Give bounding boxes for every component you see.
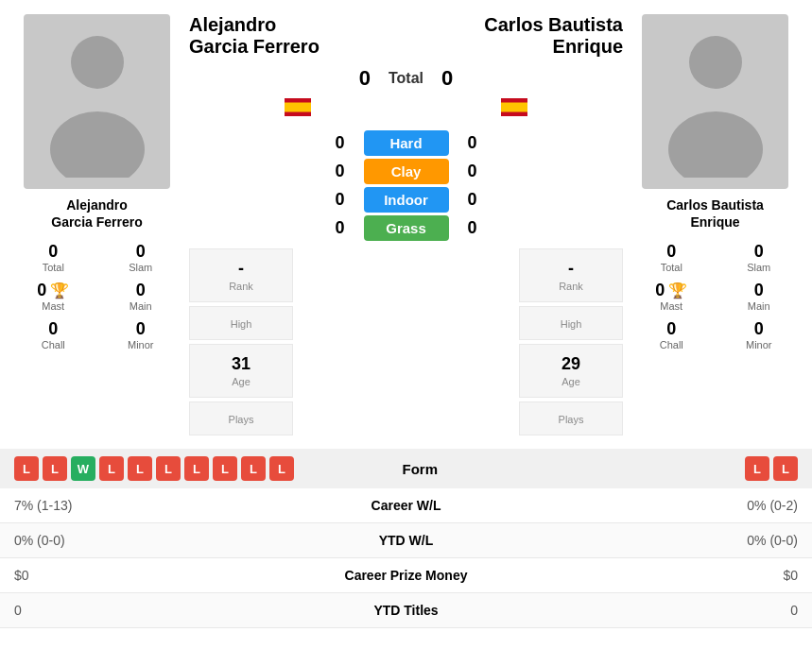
left-rank-box: - Rank bbox=[189, 248, 293, 302]
surface-btn-indoor[interactable]: Indoor bbox=[364, 187, 449, 213]
surface-right-1: 0 bbox=[458, 162, 487, 181]
left-total-label: Total bbox=[11, 262, 95, 273]
total-right-score: 0 bbox=[433, 66, 461, 91]
left-age-box: 31 Age bbox=[189, 344, 293, 398]
left-mast-label: Mast bbox=[11, 300, 95, 312]
left-plays-box: Plays bbox=[189, 401, 293, 435]
form-section: LLWLLLLLLL Form LL bbox=[0, 449, 812, 488]
left-player-card: Alejandro Garcia Ferrero 0 Total 0 Slam … bbox=[9, 14, 184, 439]
right-high-box: High bbox=[519, 306, 623, 340]
left-player-avatar bbox=[24, 14, 170, 189]
flags-row bbox=[189, 98, 623, 120]
left-slam-label: Slam bbox=[99, 262, 183, 273]
total-label: Total bbox=[389, 70, 423, 87]
svg-point-7 bbox=[668, 111, 763, 178]
surface-right-0: 0 bbox=[458, 133, 487, 153]
stats-left-0: 7% (1-13) bbox=[14, 498, 275, 513]
svg-point-0 bbox=[71, 36, 124, 89]
stats-left-3: 0 bbox=[14, 603, 275, 618]
form-left-badge-0: L bbox=[14, 456, 39, 481]
left-total-value: 0 bbox=[11, 242, 95, 262]
form-left-badge-2: W bbox=[71, 456, 95, 481]
right-mast-value: 0 🏆 bbox=[630, 281, 714, 300]
left-player-name: Alejandro Garcia Ferrero bbox=[51, 196, 143, 231]
stats-label-3: YTD Titles bbox=[275, 603, 536, 618]
svg-point-6 bbox=[689, 36, 742, 89]
surface-spacer bbox=[302, 248, 510, 439]
right-plays-label: Plays bbox=[527, 414, 614, 425]
right-main-label: Main bbox=[717, 300, 802, 312]
left-high-label: High bbox=[198, 318, 285, 330]
stats-left-1: 0% (0-0) bbox=[14, 533, 275, 548]
right-rank-label: Rank bbox=[527, 281, 614, 292]
form-right-badges: LL bbox=[546, 456, 799, 481]
form-left-badge-9: L bbox=[269, 456, 294, 481]
right-player-avatar bbox=[642, 14, 788, 189]
surface-btn-grass[interactable]: Grass bbox=[364, 215, 449, 241]
surface-btn-clay[interactable]: Clay bbox=[364, 159, 449, 184]
left-plays-label: Plays bbox=[198, 414, 285, 425]
left-trophy-icon: 🏆 bbox=[50, 282, 69, 299]
center-left-name: Alejandro Garcia Ferrero bbox=[189, 14, 406, 58]
left-age-value: 31 bbox=[198, 354, 285, 374]
svg-rect-3 bbox=[285, 103, 311, 112]
right-player-stats: 0 Total 0 Slam 0 🏆 Mast 0 Main bbox=[628, 238, 803, 354]
total-left-score: 0 bbox=[351, 66, 379, 91]
form-right-badge-0: L bbox=[745, 456, 769, 481]
player-names-row: Alejandro Garcia Ferrero Carlos Bautista… bbox=[189, 14, 623, 58]
right-main-value: 0 bbox=[717, 281, 802, 300]
left-player-stats: 0 Total 0 Slam 0 🏆 Mast 0 Main bbox=[9, 238, 184, 354]
form-left-badge-1: L bbox=[43, 456, 67, 481]
surface-row-clay: 0 Clay 0 bbox=[326, 159, 487, 184]
right-high-label: High bbox=[527, 318, 614, 330]
right-age-box: 29 Age bbox=[519, 344, 623, 398]
left-chall-label: Chall bbox=[11, 339, 95, 350]
center-right-name: Carlos Bautista Enrique bbox=[406, 14, 624, 58]
right-mast-label: Mast bbox=[630, 300, 714, 312]
total-row: 0 Total 0 bbox=[189, 66, 623, 91]
middle-section: Alejandro Garcia Ferrero Carlos Bautista… bbox=[184, 14, 628, 439]
svg-point-1 bbox=[50, 111, 145, 178]
surface-left-0: 0 bbox=[326, 133, 354, 153]
top-section: Alejandro Garcia Ferrero 0 Total 0 Slam … bbox=[0, 0, 812, 449]
right-age-label: Age bbox=[527, 376, 614, 387]
left-age-label: Age bbox=[198, 376, 285, 387]
stats-label-1: YTD W/L bbox=[275, 533, 536, 548]
stats-right-1: 0% (0-0) bbox=[537, 533, 798, 548]
form-left-badges: LLWLLLLLLL bbox=[14, 456, 294, 481]
right-total-value: 0 bbox=[630, 242, 714, 262]
stats-row-2: $0 Career Prize Money $0 bbox=[0, 558, 812, 593]
right-trophy-icon: 🏆 bbox=[668, 282, 687, 299]
surface-left-1: 0 bbox=[326, 162, 354, 181]
surface-row-grass: 0 Grass 0 bbox=[326, 215, 487, 241]
surface-row-indoor: 0 Indoor 0 bbox=[326, 187, 487, 213]
left-minor-value: 0 bbox=[99, 319, 183, 339]
surface-right-3: 0 bbox=[458, 218, 487, 238]
svg-rect-5 bbox=[501, 103, 527, 112]
right-minor-label: Minor bbox=[717, 339, 802, 350]
form-left-badge-7: L bbox=[213, 456, 237, 481]
main-container: Alejandro Garcia Ferrero 0 Total 0 Slam … bbox=[0, 0, 812, 628]
left-high-box: High bbox=[189, 306, 293, 340]
form-left-badge-3: L bbox=[99, 456, 124, 481]
left-minor-label: Minor bbox=[99, 339, 183, 350]
form-left-badge-4: L bbox=[128, 456, 152, 481]
surface-left-2: 0 bbox=[326, 190, 354, 210]
stats-row-0: 7% (1-13) Career W/L 0% (0-2) bbox=[0, 488, 812, 523]
right-chall-value: 0 bbox=[630, 319, 714, 339]
right-age-value: 29 bbox=[527, 354, 614, 374]
left-slam-value: 0 bbox=[99, 242, 183, 262]
left-mast-value: 0 🏆 bbox=[11, 281, 95, 300]
stats-row-1: 0% (0-0) YTD W/L 0% (0-0) bbox=[0, 523, 812, 558]
right-minor-value: 0 bbox=[717, 319, 802, 339]
right-total-label: Total bbox=[630, 262, 714, 273]
right-chall-label: Chall bbox=[630, 339, 714, 350]
surface-right-2: 0 bbox=[458, 190, 487, 210]
right-plays-box: Plays bbox=[519, 401, 623, 435]
bottom-stats: 7% (1-13) Career W/L 0% (0-2) 0% (0-0) Y… bbox=[0, 488, 812, 628]
stats-right-3: 0 bbox=[537, 603, 798, 618]
form-label: Form bbox=[294, 461, 546, 477]
right-rank-value: - bbox=[527, 259, 614, 279]
surface-btn-hard[interactable]: Hard bbox=[364, 130, 449, 156]
left-main-label: Main bbox=[99, 300, 183, 312]
